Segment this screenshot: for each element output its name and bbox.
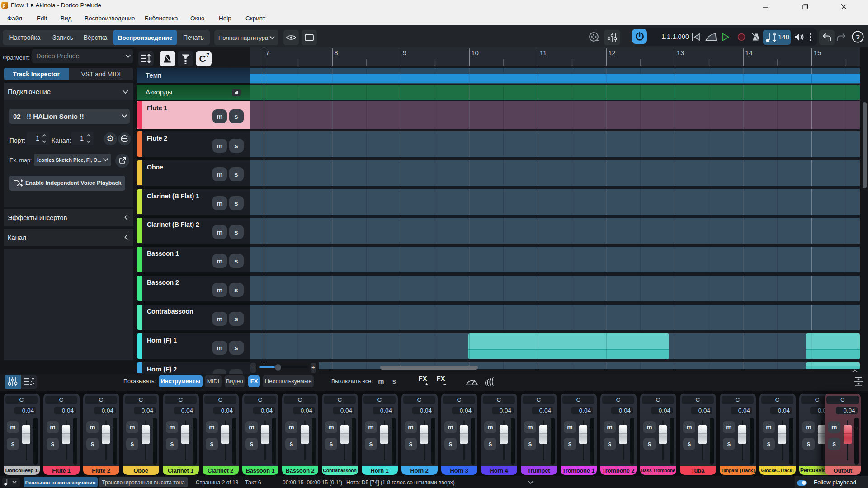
svg-text:?: ? [856,33,860,41]
